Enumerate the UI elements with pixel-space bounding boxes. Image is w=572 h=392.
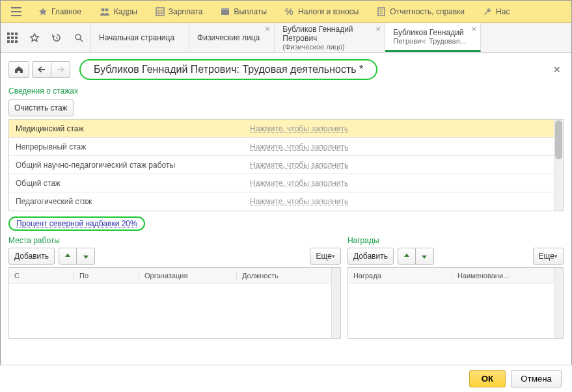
stazh-row[interactable]: Общий научно-педагогический стаж работы … xyxy=(9,156,563,174)
svg-rect-10 xyxy=(7,36,10,39)
stazh-fill-link[interactable]: Нажмите, чтобы заполнить xyxy=(250,124,348,133)
scrollbar[interactable] xyxy=(554,120,563,211)
more-button[interactable]: Еще xyxy=(533,248,564,265)
home-icon xyxy=(14,66,23,73)
tab-label: Бубликов Геннадий Петрович xyxy=(282,25,370,43)
jobs-title: Места работы xyxy=(8,236,341,245)
scrollbar[interactable] xyxy=(331,268,340,338)
tab-individuals[interactable]: Физические лица ✕ xyxy=(189,23,275,52)
add-job-button[interactable]: Добавить xyxy=(8,248,55,265)
menu-nalogi[interactable]: % Налоги и взносы xyxy=(276,1,368,23)
jobs-grid: С По Организация Должность xyxy=(8,267,341,339)
col-position[interactable]: Должность xyxy=(237,272,331,280)
menu-otchetnost[interactable]: Отчетность, справки xyxy=(368,1,474,23)
menu-main[interactable]: Главное xyxy=(29,1,90,23)
stazh-row[interactable]: Общий стаж Нажмите, чтобы заполнить xyxy=(9,174,563,192)
stazh-name: Медицинский стаж xyxy=(9,124,250,133)
tab-sublabel: (Физическое лицо) xyxy=(282,43,370,51)
awards-grid: Награда Наименовани... xyxy=(347,267,564,339)
search-icon[interactable] xyxy=(71,30,87,46)
tab-label: Бубликов Геннадий xyxy=(393,28,466,37)
svg-rect-13 xyxy=(7,40,10,43)
calc-icon xyxy=(156,7,165,16)
top-menu: Главное Кадры Зарплата Выплаты % Налоги … xyxy=(1,1,571,23)
content-area: Бубликов Геннадий Петрович: Трудовая дея… xyxy=(1,53,571,365)
close-icon[interactable]: ✕ xyxy=(471,25,476,33)
col-from[interactable]: С xyxy=(9,272,74,280)
stazh-table: Медицинский стаж Нажмите, чтобы заполнит… xyxy=(8,119,564,211)
svg-rect-2 xyxy=(156,8,164,16)
menu-label: Кадры xyxy=(114,7,137,16)
close-page-button[interactable]: ✕ xyxy=(551,62,564,77)
menu-zarplata[interactable]: Зарплата xyxy=(146,1,212,23)
stazh-section-title: Сведения о стажах xyxy=(8,86,564,96)
move-up-button[interactable] xyxy=(398,248,416,265)
menu-vyplaty[interactable]: Выплаты xyxy=(211,1,276,23)
report-icon xyxy=(377,7,386,16)
svg-rect-9 xyxy=(15,33,18,35)
burger-icon[interactable] xyxy=(6,7,27,16)
close-icon[interactable]: ✕ xyxy=(375,25,381,33)
col-name[interactable]: Наименовани... xyxy=(452,272,554,280)
home-button[interactable] xyxy=(8,61,29,78)
back-button[interactable] xyxy=(32,61,51,78)
jobs-column: Места работы Добавить Еще С По Организа xyxy=(8,236,341,339)
clear-stazh-button[interactable]: Очистить стаж xyxy=(8,99,74,116)
menu-label: Нас xyxy=(496,7,510,16)
move-down-button[interactable] xyxy=(77,248,95,265)
svg-rect-15 xyxy=(15,40,18,43)
tab-labor-activity[interactable]: Бубликов Геннадий Петрович: Трудовая... … xyxy=(385,23,481,52)
svg-point-0 xyxy=(101,8,104,11)
tab-start-page[interactable]: Начальная страница xyxy=(91,23,189,52)
awards-title: Награды xyxy=(347,236,564,245)
stazh-fill-link[interactable]: Нажмите, чтобы заполнить xyxy=(250,142,348,151)
col-org[interactable]: Организация xyxy=(139,272,237,280)
awards-column: Награды Добавить Еще Награда Наименовани… xyxy=(347,236,564,339)
stazh-row[interactable]: Медицинский стаж Нажмите, чтобы заполнит… xyxy=(9,120,563,138)
cancel-button[interactable]: Отмена xyxy=(511,370,562,387)
more-button[interactable]: Еще xyxy=(310,248,340,265)
menu-label: Главное xyxy=(51,7,81,16)
svg-text:%: % xyxy=(285,7,293,16)
move-down-button[interactable] xyxy=(416,248,434,265)
col-award[interactable]: Награда xyxy=(348,272,452,280)
tab-label: Начальная страница xyxy=(99,33,174,42)
forward-button[interactable] xyxy=(51,61,70,78)
stazh-fill-link[interactable]: Нажмите, чтобы заполнить xyxy=(250,161,348,170)
tab-individual-bublikov[interactable]: Бубликов Геннадий Петрович (Физическое л… xyxy=(275,23,385,52)
svg-rect-3 xyxy=(221,9,229,15)
north-allowance-link[interactable]: Процент северной надбавки 20% xyxy=(8,216,145,231)
svg-rect-4 xyxy=(221,8,229,10)
stazh-fill-link[interactable]: Нажмите, чтобы заполнить xyxy=(250,179,348,188)
star-outline-icon[interactable] xyxy=(27,30,42,46)
stazh-fill-link[interactable]: Нажмите, чтобы заполнить xyxy=(250,197,348,206)
tab-label: Физические лица xyxy=(197,33,260,42)
scrollbar[interactable] xyxy=(554,268,563,338)
svg-point-1 xyxy=(105,8,108,11)
stazh-name: Педагогический стаж xyxy=(9,197,250,206)
percent-icon: % xyxy=(285,7,294,16)
footer: ОК Отмена xyxy=(0,365,572,392)
add-award-button[interactable]: Добавить xyxy=(347,248,394,265)
col-to[interactable]: По xyxy=(74,272,139,280)
history-icon[interactable] xyxy=(49,30,64,46)
menu-label: Налоги и взносы xyxy=(298,7,359,16)
grid-icon[interactable] xyxy=(5,30,20,46)
menu-label: Отчетность, справки xyxy=(390,7,465,16)
stazh-name: Непрерывный стаж xyxy=(9,142,250,151)
svg-rect-8 xyxy=(11,33,14,35)
stazh-row[interactable]: Педагогический стаж Нажмите, чтобы запол… xyxy=(9,192,563,211)
close-icon[interactable]: ✕ xyxy=(265,25,270,33)
svg-rect-7 xyxy=(7,33,10,35)
menu-settings[interactable]: Нас xyxy=(474,1,519,23)
wrench-icon xyxy=(483,7,492,16)
menu-kadry[interactable]: Кадры xyxy=(90,1,146,23)
tab-bar: Начальная страница Физические лица ✕ Буб… xyxy=(1,23,571,53)
move-up-button[interactable] xyxy=(59,248,77,265)
star-icon xyxy=(38,7,48,16)
stazh-name: Общий научно-педагогический стаж работы xyxy=(9,161,250,170)
ok-button[interactable]: ОК xyxy=(469,370,506,387)
menu-label: Выплаты xyxy=(234,7,267,16)
people-icon xyxy=(100,7,110,16)
stazh-row[interactable]: Непрерывный стаж Нажмите, чтобы заполнит… xyxy=(9,138,563,156)
